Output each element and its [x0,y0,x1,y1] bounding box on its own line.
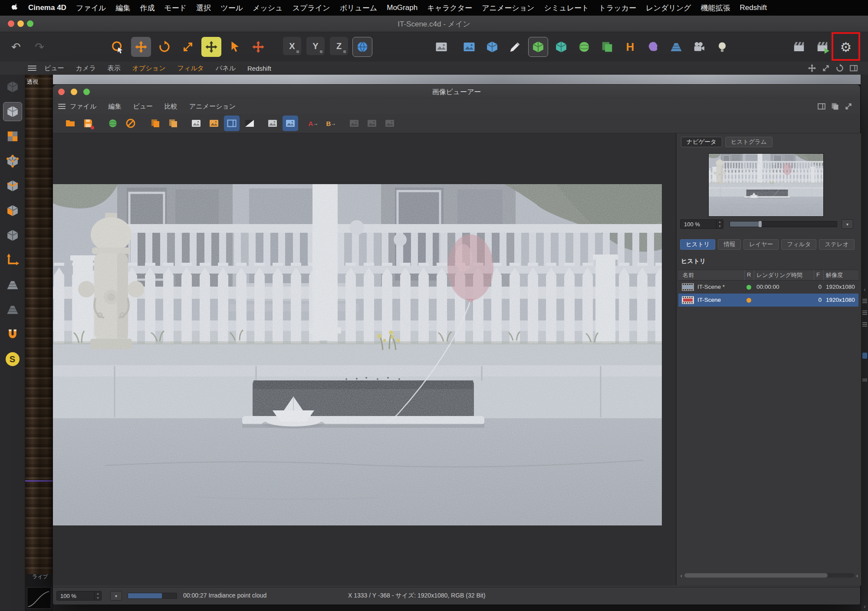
menubar-file[interactable]: ファイル [71,3,111,13]
viewport-menu-icon[interactable] [28,66,36,71]
field-palette[interactable] [666,37,686,57]
pv-nav-current-button[interactable] [364,116,380,131]
status-zoom-field[interactable]: 100 % ▴▾ [56,591,102,601]
col-render-dot[interactable]: R [747,271,751,278]
vp-menu-redshift[interactable]: Redshift [247,65,271,72]
panel-tab-icon[interactable] [862,322,867,327]
subdivision-surface-palette[interactable] [528,37,548,57]
col-name[interactable]: 名前 [683,271,694,279]
panel-tab-active-icon[interactable] [862,353,867,359]
tab-stereo[interactable]: ステレオ [819,239,854,250]
vp-menu-panel[interactable]: パネル [216,64,236,73]
tab-history[interactable]: ヒストリ [680,239,715,250]
menubar-redshift[interactable]: Redshift [735,3,772,12]
render-view-button[interactable] [431,37,451,57]
deformer-palette[interactable]: H [620,37,640,57]
live-selection-tool[interactable] [108,37,128,57]
pv-cancel-render-button[interactable] [123,116,138,131]
pv-dual-view-button[interactable] [206,116,222,131]
apple-menu-icon[interactable] [11,3,21,12]
pv-menu-compare[interactable]: 比較 [164,102,178,111]
pv-copy-button[interactable] [148,116,163,131]
model-mode-button[interactable] [3,102,22,121]
pv-layout-icon[interactable] [817,102,826,111]
menubar-mesh[interactable]: メッシュ [248,3,288,13]
vp-menu-display[interactable]: 表示 [108,64,121,73]
pv-thumb-ab-button[interactable] [283,116,298,131]
point-mode-button[interactable] [3,152,22,171]
menubar-spline[interactable]: スプライン [288,3,335,13]
scroll-right-icon[interactable]: › [854,572,860,579]
menubar-volume[interactable]: ボリューム [335,3,382,13]
lock-y-axis-button[interactable]: Y [306,37,325,55]
camera-rotate-icon[interactable] [835,63,845,73]
history-horizontal-scrollbar[interactable]: ‹ › [678,573,860,578]
camera-palette[interactable] [689,37,709,57]
status-zoom-stepper[interactable]: ▴▾ [94,591,101,600]
navigator-zoom-slider[interactable] [730,221,837,227]
vp-menu-view[interactable]: ビュー [44,64,64,73]
view-toggle-icon[interactable] [849,63,858,73]
col-render-time[interactable]: レンダリング時間 [756,271,802,279]
history-row[interactable]: IT-Scene * 00:00:00 0 1920x1080 [678,281,858,294]
pv-menu-icon[interactable] [58,104,66,109]
pv-set-a-button[interactable]: A→ [306,116,321,131]
generator-palette[interactable] [551,37,571,57]
menubar-tracker[interactable]: トラッカー [594,3,641,13]
pv-menu-animation[interactable]: アニメーション [189,102,236,111]
menubar-character[interactable]: キャラクター [422,3,477,13]
panel-tab-icon[interactable] [862,310,867,315]
primitive-cube-palette[interactable] [482,37,502,57]
menubar-animation[interactable]: アニメーション [477,3,539,13]
last-used-tool[interactable] [248,37,268,57]
pv-open-button[interactable] [62,116,78,131]
vp-menu-options[interactable]: オプション [132,64,166,73]
snap-toggle-button[interactable]: S [3,350,22,369]
render-to-picture-viewer-button[interactable] [812,37,832,57]
navigator-zoom-field[interactable]: 100 % ▴▾ [680,219,723,229]
placement-tool[interactable] [225,37,245,57]
edge-mode-button[interactable] [3,176,22,195]
pv-nav-prev-button[interactable] [346,116,362,131]
pv-single-view-button[interactable] [188,116,204,131]
zoom-stepper[interactable]: ▴▾ [716,220,723,228]
zoom-preset-dropdown[interactable]: ▾ [842,219,853,229]
pv-save-button[interactable] [80,116,96,131]
menubar-render[interactable]: レンダリング [641,3,696,13]
volume-palette[interactable] [643,37,663,57]
pv-nav-next-button[interactable] [382,116,398,131]
pv-expand-icon[interactable] [844,102,853,111]
enable-axis-button[interactable] [3,251,22,270]
panel-tab-icon[interactable] [862,379,867,381]
pv-material-button[interactable] [105,116,121,131]
tweak-mode-button[interactable] [3,226,22,245]
light-palette[interactable] [712,37,732,57]
status-zoom-dropdown[interactable]: ▾ [110,591,122,601]
workplane-button[interactable] [3,275,22,294]
menubar-extensions[interactable]: 機能拡張 [696,3,735,13]
magnet-tool-button[interactable] [3,325,22,344]
tweak-move-tool[interactable] [201,37,221,57]
pv-paste-button[interactable] [165,116,181,131]
render-active-view-button[interactable] [789,37,809,57]
redo-button[interactable]: ↷ [30,37,49,57]
polygon-mode-button[interactable] [3,201,22,220]
menubar-create[interactable]: 作成 [135,3,159,13]
pv-dock-icon[interactable] [830,102,840,111]
menubar-mode[interactable]: モード [159,3,191,13]
menubar-tools[interactable]: ツール [216,3,248,13]
panel-tab-icon[interactable] [862,299,867,303]
camera-zoom-icon[interactable] [821,63,831,73]
scroll-left-icon[interactable]: ‹ [678,572,684,579]
move-tool[interactable] [131,37,151,57]
lock-z-axis-button[interactable]: Z [330,37,348,55]
vp-menu-filter[interactable]: フィルタ [178,64,204,73]
texture-mode-button[interactable] [3,127,22,146]
snap-settings-button[interactable] [3,300,22,319]
scale-tool[interactable] [178,37,198,57]
pv-menu-file[interactable]: ファイル [70,102,96,111]
menubar-simulate[interactable]: シミュレート [539,3,594,13]
coordinate-system-button[interactable] [352,37,372,57]
image-canvas[interactable] [53,133,676,585]
menubar-select[interactable]: 選択 [191,3,216,13]
